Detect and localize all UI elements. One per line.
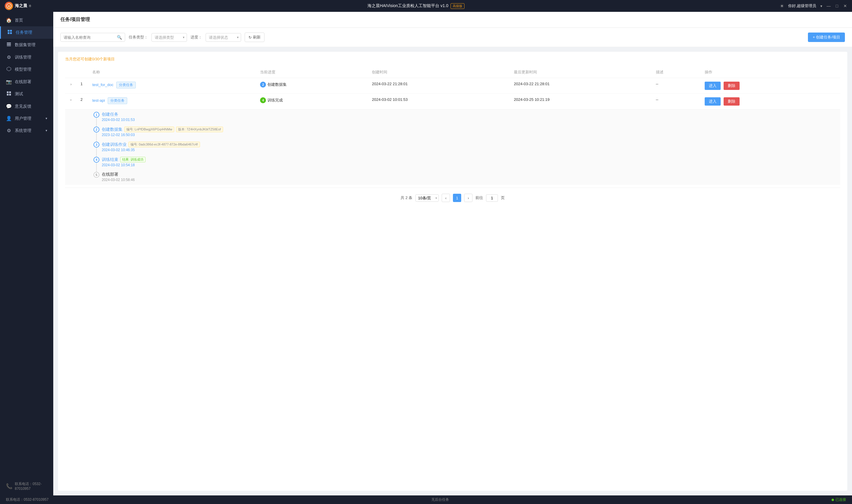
status-connected: 已连接 — [832, 497, 846, 502]
timeline-time-2: 2023-12-02 16:50:03 — [102, 133, 837, 137]
progress-label: 进度： — [191, 35, 202, 40]
create-label: + 创建任务/项目 — [813, 35, 840, 40]
sidebar-item-task[interactable]: 任务管理 — [0, 26, 53, 39]
svg-rect-2 — [8, 30, 10, 32]
row2-expand-button[interactable]: › — [68, 97, 74, 102]
sidebar-label-test: 测试 — [15, 91, 23, 97]
timeline-title-2: 创建数据集 编号: LnPfDBwgjX6PGq44NMw 版本: 7Z4HXy… — [102, 127, 837, 132]
refresh-button[interactable]: ↻ 刷新 — [244, 33, 265, 42]
close-button[interactable]: ✕ — [843, 4, 847, 8]
next-page-button[interactable]: › — [464, 194, 472, 202]
current-page-button[interactable]: 1 — [453, 194, 461, 202]
model-icon — [6, 67, 12, 72]
svg-rect-5 — [10, 32, 12, 34]
timeline-time-5: 2024-03-02 10:58:46 — [102, 178, 837, 182]
row2-actions: 进入 删除 — [701, 94, 840, 109]
sidebar-label-model: 模型管理 — [15, 67, 31, 72]
sidebar-label-training: 训练管理 — [15, 55, 31, 60]
prev-page-button[interactable]: ‹ — [442, 194, 450, 202]
timeline-item-5: 5 在线部署 2024-03-02 10:58:46 — [93, 172, 837, 182]
center-title: 海之晨HAIVision工业质检人工智能平台 v1.0 高级版 — [52, 3, 780, 9]
row1-progress-text: 创建数据集 — [268, 82, 287, 87]
timeline-dot-4: 4 — [93, 157, 99, 163]
row2-name-link[interactable]: test-api — [92, 98, 105, 103]
timeline: 1 创建任务 2024-03-02 10:01:53 2 创建数据集 编号: L… — [89, 112, 837, 182]
refresh-icon: ↻ — [249, 35, 252, 40]
timeline-title-4: 训练结束 结果: 训练成功 — [102, 157, 837, 162]
search-button[interactable]: 🔍 — [114, 33, 125, 41]
result-tag: 结果: 训练成功 — [120, 157, 146, 162]
search-input[interactable] — [61, 33, 114, 41]
timeline-item-1: 1 创建任务 2024-03-02 10:01:53 — [93, 112, 837, 127]
svg-rect-12 — [9, 94, 11, 95]
svg-rect-11 — [7, 94, 8, 95]
th-name: 名称 — [89, 67, 256, 78]
row2-created: 2024-03-02 10:01:53 — [368, 94, 510, 109]
phone-icon: 📞 — [6, 483, 13, 489]
table-row: › 2 test-api 分类任务 4 训练完成 2024-03-0 — [65, 94, 840, 109]
create-button[interactable]: + 创建任务/项目 — [808, 33, 845, 42]
progress-select[interactable]: 请选择状态 — [205, 33, 241, 42]
timeline-item-2: 2 创建数据集 编号: LnPfDBwgjX6PGq44NMw 版本: 7Z4H… — [93, 127, 837, 142]
sidebar-item-user[interactable]: 👤 用户管理 ▾ — [0, 112, 53, 125]
sidebar-item-dataset[interactable]: 数据集管理 — [0, 39, 53, 51]
row1-actions: 进入 删除 — [701, 78, 840, 94]
row1-name-cell: test_for_doc 分类任务 — [89, 78, 256, 94]
sidebar-label-user: 用户管理 — [15, 116, 31, 121]
row1-delete-button[interactable]: 删除 — [724, 82, 740, 90]
timeline-dot-2: 2 — [93, 127, 99, 132]
timeline-item-3: 3 创建训练作业 编号: 0adc386d-ec3f-4877-872e-8fb… — [93, 142, 837, 157]
row1-expand-button[interactable]: › — [69, 82, 73, 87]
title-bar: H 海之晨 ® 海之晨HAIVision工业质检人工智能平台 v1.0 高级版 … — [0, 0, 852, 12]
task-type-select[interactable]: 请选择类型 — [151, 33, 187, 42]
logo-icon: H — [5, 2, 13, 10]
row2-desc: -- — [652, 94, 702, 109]
th-index — [77, 67, 89, 78]
page-goto-input[interactable] — [486, 194, 498, 202]
svg-rect-6 — [7, 42, 11, 43]
row2-delete-button[interactable]: 删除 — [724, 97, 740, 106]
svg-text:H: H — [8, 5, 10, 8]
main-panel: 当月您还可创建0/30个新项目 名称 当前进度 创建时间 最后更新时间 描述 操… — [58, 52, 847, 491]
per-page-select[interactable]: 10条/页 20条/页 50条/页 — [415, 194, 439, 202]
sidebar-item-feedback[interactable]: 💬 意见反馈 — [0, 100, 53, 112]
minimize-button[interactable]: — — [827, 4, 831, 8]
contact-label: 联系电话：0532-87010957 — [15, 482, 47, 491]
sidebar-item-training[interactable]: ⚙ 训练管理 — [0, 51, 53, 63]
toolbar: 🔍 任务类型： 请选择类型 ▾ 进度： 请选择状态 ▾ ↻ 刷新 + — [53, 28, 852, 47]
th-desc: 描述 — [652, 67, 702, 78]
deploy-icon: 📷 — [6, 79, 12, 85]
app-title: 海之晨HAIVision工业质检人工智能平台 v1.0 — [367, 3, 449, 8]
row1-enter-button[interactable]: 进入 — [705, 82, 721, 90]
user-chevron[interactable]: ▾ — [820, 4, 822, 8]
row2-progress-text: 训练完成 — [268, 97, 283, 103]
row1-name-link[interactable]: test_for_doc — [92, 83, 114, 87]
sidebar-item-deploy[interactable]: 📷 在线部署 — [0, 76, 53, 88]
th-progress: 当前进度 — [256, 67, 368, 78]
test-icon — [6, 91, 12, 97]
user-mgmt-icon: 👤 — [6, 116, 12, 121]
row2-name-cell: test-api 分类任务 — [89, 94, 256, 109]
sidebar-item-test[interactable]: 测试 — [0, 88, 53, 100]
timeline-title-5: 在线部署 — [102, 172, 837, 177]
row1-progress-badge: 2 创建数据集 — [260, 82, 287, 88]
premium-badge: 高级版 — [451, 3, 465, 9]
sidebar-label-feedback: 意见反馈 — [15, 104, 31, 109]
sidebar-item-system[interactable]: ⚙ 系统管理 ▾ — [0, 125, 53, 137]
svg-rect-7 — [7, 44, 11, 45]
svg-rect-9 — [7, 91, 8, 93]
maximize-button[interactable]: □ — [835, 4, 839, 8]
refresh-label: 刷新 — [253, 35, 261, 40]
connected-dot — [832, 499, 834, 501]
sidebar-item-model[interactable]: 模型管理 — [0, 63, 53, 76]
task-type-label: 任务类型： — [129, 35, 148, 40]
goto-label: 前往 — [475, 195, 483, 200]
status-bar: 联系电话：0532-87010957 无后台任务 已连接 — [0, 496, 852, 504]
sun-icon[interactable]: ☀ — [780, 3, 784, 9]
timeline-item-4: 4 训练结束 结果: 训练成功 2024-03-02 10:54:18 — [93, 157, 837, 172]
sidebar-item-home[interactable]: 🏠 首页 — [0, 14, 53, 26]
th-action: 操作 — [701, 67, 840, 78]
row2-enter-button[interactable]: 进入 — [705, 97, 721, 106]
per-page-wrap: 10条/页 20条/页 50条/页 ▾ — [415, 194, 439, 202]
connected-text: 已连接 — [835, 497, 846, 502]
